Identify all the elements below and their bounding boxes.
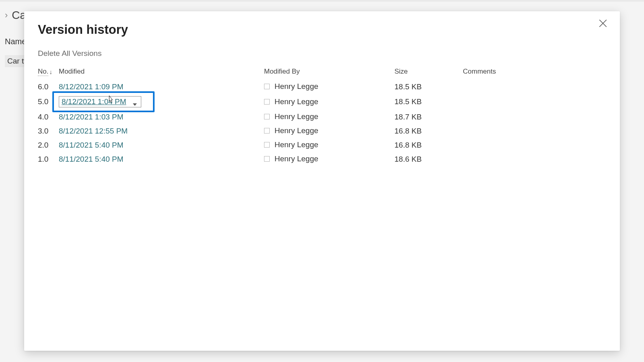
version-modified: 8/12/2021 12:55 PM	[59, 124, 264, 138]
col-header-modified-label: Modified	[59, 68, 85, 75]
version-size: 18.6 KB	[394, 152, 463, 166]
version-table: No.↓ Modified Modified By Size Comments …	[38, 65, 606, 166]
version-modified: 8/12/2021 1:04 PM	[59, 94, 264, 110]
version-date-link[interactable]: 8/12/2021 1:09 PM	[59, 82, 124, 91]
table-row: 5.08/12/2021 1:04 PMHenry Legge18.5 KB	[38, 94, 606, 110]
user-name: Henry Legge	[275, 126, 318, 135]
version-size: 16.8 KB	[394, 124, 463, 138]
chevron-down-icon	[133, 100, 137, 104]
user-name: Henry Legge	[275, 82, 318, 91]
version-number: 5.0	[38, 94, 59, 110]
version-history-panel: Version history Delete All Versions No.↓…	[24, 11, 620, 351]
version-comments	[463, 110, 606, 124]
version-date-link[interactable]: 8/11/2021 5:40 PM	[59, 141, 124, 149]
version-modified-by: Henry Legge	[264, 80, 394, 94]
version-comments	[463, 124, 606, 138]
col-header-size-label: Size	[394, 68, 408, 75]
user-link[interactable]: Henry Legge	[264, 112, 318, 121]
table-row: 2.08/11/2021 5:40 PMHenry Legge16.8 KB	[38, 138, 606, 152]
version-date-link[interactable]: 8/12/2021 1:04 PM	[62, 97, 126, 106]
version-modified-by: Henry Legge	[264, 152, 394, 166]
user-link[interactable]: Henry Legge	[264, 82, 318, 91]
col-header-comments-label: Comments	[463, 68, 496, 75]
version-number: 2.0	[38, 138, 59, 152]
col-header-size[interactable]: Size	[394, 65, 463, 80]
version-date-link[interactable]: 8/12/2021 1:03 PM	[59, 113, 124, 121]
col-header-modified-by-label: Modified By	[264, 68, 300, 75]
version-modified: 8/11/2021 5:40 PM	[59, 152, 264, 166]
table-header-row: No.↓ Modified Modified By Size Comments	[38, 65, 606, 80]
svg-marker-2	[133, 103, 137, 106]
version-size: 18.7 KB	[394, 110, 463, 124]
user-name: Henry Legge	[275, 97, 318, 106]
user-name: Henry Legge	[275, 112, 318, 121]
table-row: 3.08/12/2021 12:55 PMHenry Legge16.8 KB	[38, 124, 606, 138]
presence-square-icon	[264, 128, 270, 134]
version-comments	[463, 138, 606, 152]
col-header-modified-by[interactable]: Modified By	[264, 65, 394, 80]
version-comments	[463, 80, 606, 94]
version-modified: 8/12/2021 1:09 PM	[59, 80, 264, 94]
col-header-modified[interactable]: Modified	[59, 65, 264, 80]
version-comments	[463, 94, 606, 110]
presence-square-icon	[264, 142, 270, 148]
user-name: Henry Legge	[275, 140, 318, 149]
user-link[interactable]: Henry Legge	[264, 97, 318, 106]
presence-square-icon	[264, 99, 270, 105]
presence-square-icon	[264, 156, 270, 162]
version-number: 4.0	[38, 110, 59, 124]
version-modified-by: Henry Legge	[264, 138, 394, 152]
chevron-right-icon: ›	[5, 11, 8, 20]
version-number: 1.0	[38, 152, 59, 166]
version-number: 3.0	[38, 124, 59, 138]
col-header-comments[interactable]: Comments	[463, 65, 606, 80]
presence-square-icon	[264, 84, 270, 89]
user-link[interactable]: Henry Legge	[264, 140, 318, 149]
version-size: 18.5 KB	[394, 80, 463, 94]
col-header-no[interactable]: No.↓	[38, 65, 59, 80]
sort-desc-icon: ↓	[49, 68, 52, 75]
version-date-dropdown[interactable]: 8/12/2021 1:04 PM	[59, 96, 141, 107]
version-number: 6.0	[38, 80, 59, 94]
version-modified-by: Henry Legge	[264, 124, 394, 138]
version-size: 18.5 KB	[394, 94, 463, 110]
user-link[interactable]: Henry Legge	[264, 126, 318, 135]
version-modified-by: Henry Legge	[264, 94, 394, 110]
version-modified: 8/12/2021 1:03 PM	[59, 110, 264, 124]
presence-square-icon	[264, 114, 270, 119]
version-size: 16.8 KB	[394, 138, 463, 152]
user-link[interactable]: Henry Legge	[264, 154, 318, 163]
page-title: Version history	[38, 23, 606, 37]
version-date-link[interactable]: 8/11/2021 5:40 PM	[59, 155, 124, 163]
table-row: 6.08/12/2021 1:09 PMHenry Legge18.5 KB	[38, 80, 606, 94]
table-row: 1.08/11/2021 5:40 PMHenry Legge18.6 KB	[38, 152, 606, 166]
user-name: Henry Legge	[275, 154, 318, 163]
version-modified-by: Henry Legge	[264, 110, 394, 124]
col-header-no-label: No.	[38, 68, 48, 76]
version-date-link[interactable]: 8/12/2021 12:55 PM	[59, 127, 128, 135]
version-comments	[463, 152, 606, 166]
close-icon	[599, 19, 607, 27]
delete-all-versions-link[interactable]: Delete All Versions	[38, 49, 101, 58]
table-row: 4.08/12/2021 1:03 PMHenry Legge18.7 KB	[38, 110, 606, 124]
version-modified: 8/11/2021 5:40 PM	[59, 138, 264, 152]
close-button[interactable]	[599, 19, 610, 31]
